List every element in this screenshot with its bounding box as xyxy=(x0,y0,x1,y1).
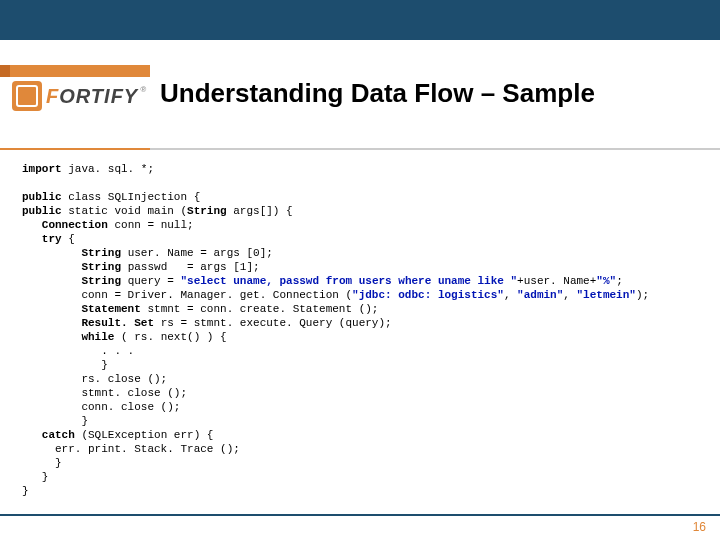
code-text: user. Name = args [0]; xyxy=(121,247,273,259)
code-text: passwd = args [1]; xyxy=(121,261,260,273)
code-block: import java. sql. *; public class SQLInj… xyxy=(22,162,700,498)
code-text: stmnt = conn. create. Statement (); xyxy=(141,303,379,315)
code-text: conn = Driver. Manager. get. Connection … xyxy=(22,289,352,301)
kw-while: while xyxy=(22,331,114,343)
kw-connection: Connection xyxy=(22,219,108,231)
kw-public: public xyxy=(22,205,62,217)
kw-string: String xyxy=(187,205,227,217)
kw-public: public xyxy=(22,191,62,203)
code-text: conn. close (); xyxy=(22,401,180,413)
string-literal: "jdbc: odbc: logistics" xyxy=(352,289,504,301)
code-text: class SQLInjection { xyxy=(62,191,201,203)
code-text: , xyxy=(563,289,576,301)
logo-rest: ORTIFY xyxy=(59,85,138,107)
code-text: } xyxy=(22,471,48,483)
code-text: rs = stmnt. execute. Query (query); xyxy=(154,317,392,329)
code-text: conn = null; xyxy=(108,219,194,231)
code-text: ( rs. next() ) { xyxy=(114,331,226,343)
slide: FORTIFY® Understanding Data Flow – Sampl… xyxy=(0,0,720,540)
code-text: java. sql. *; xyxy=(62,163,154,175)
kw-catch: catch xyxy=(22,429,75,441)
code-text: query = xyxy=(121,275,180,287)
code-text: . . . xyxy=(22,345,141,357)
code-text: static void main ( xyxy=(62,205,187,217)
title-underline-accent xyxy=(0,148,150,150)
string-literal: "admin" xyxy=(517,289,563,301)
code-text: } xyxy=(22,457,62,469)
kw-string: String xyxy=(22,261,121,273)
code-text: ); xyxy=(636,289,649,301)
code-text: (SQLException err) { xyxy=(75,429,214,441)
page-number: 16 xyxy=(693,520,706,534)
footer-line xyxy=(0,514,720,516)
code-text: stmnt. close (); xyxy=(22,387,187,399)
string-literal: "%" xyxy=(596,275,616,287)
code-text: { xyxy=(62,233,75,245)
string-literal: "letmein" xyxy=(577,289,636,301)
kw-resultset: Result. Set xyxy=(22,317,154,329)
code-text: +user. Name+ xyxy=(517,275,596,287)
code-text: , xyxy=(504,289,517,301)
kw-string: String xyxy=(22,275,121,287)
kw-import: import xyxy=(22,163,62,175)
string-literal: "select uname, passwd from users where u… xyxy=(180,275,517,287)
logo-text: FORTIFY® xyxy=(46,85,147,108)
code-text: } xyxy=(22,359,108,371)
code-text: rs. close (); xyxy=(22,373,167,385)
accent-bar-dark xyxy=(0,65,10,77)
code-text: } xyxy=(22,415,88,427)
logo-first-letter: F xyxy=(46,85,59,107)
code-text: } xyxy=(22,485,29,497)
accent-bar xyxy=(0,65,150,77)
code-text: err. print. Stack. Trace (); xyxy=(22,443,240,455)
code-text: ; xyxy=(616,275,623,287)
logo: FORTIFY® xyxy=(12,78,147,114)
kw-string: String xyxy=(22,247,121,259)
logo-shield-icon xyxy=(12,81,42,111)
kw-statement: Statement xyxy=(22,303,141,315)
slide-title: Understanding Data Flow – Sample xyxy=(160,78,595,109)
top-bar xyxy=(0,0,720,40)
registered-icon: ® xyxy=(140,85,147,94)
kw-try: try xyxy=(22,233,62,245)
code-text: args[]) { xyxy=(227,205,293,217)
